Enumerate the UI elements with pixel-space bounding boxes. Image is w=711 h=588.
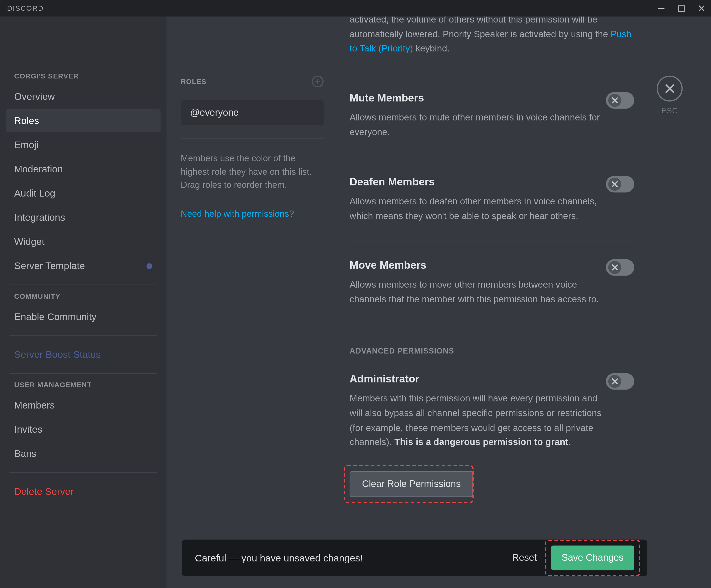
sidebar-item-roles[interactable]: Roles bbox=[6, 109, 160, 132]
app-title: DISCORD bbox=[7, 4, 44, 12]
permission-title: Move Members bbox=[349, 259, 606, 272]
window-maximize-icon[interactable] bbox=[678, 5, 685, 12]
permission-desc-administrator: Members with this permission will have e… bbox=[349, 391, 606, 450]
sidebar-item-widget[interactable]: Widget bbox=[6, 230, 160, 253]
sidebar-item-delete-server[interactable]: Delete Server bbox=[6, 480, 160, 503]
add-role-icon[interactable] bbox=[312, 75, 324, 87]
sidebar-section-user-management: USER MANAGEMENT bbox=[14, 381, 161, 389]
sidebar-section-server: CORGI'S SERVER bbox=[14, 72, 161, 80]
sidebar-section-community: COMMUNITY bbox=[14, 292, 161, 301]
settings-sidebar: CORGI'S SERVER Overview Roles Emoji Mode… bbox=[0, 17, 167, 588]
permission-desc: Allows members to mute other members in … bbox=[349, 110, 606, 140]
sidebar-item-server-boost[interactable]: Server Boost Status bbox=[6, 343, 160, 366]
sidebar-item-moderation[interactable]: Moderation bbox=[6, 158, 160, 181]
divider bbox=[9, 284, 157, 285]
roles-header: ROLES bbox=[181, 77, 207, 86]
sidebar-item-audit-log[interactable]: Audit Log bbox=[6, 182, 160, 205]
clear-role-permissions-button[interactable]: Clear Role Permissions bbox=[349, 471, 473, 497]
divider bbox=[349, 74, 634, 74]
sidebar-item-bans[interactable]: Bans bbox=[6, 442, 160, 465]
divider bbox=[9, 335, 157, 336]
sidebar-item-label: Server Template bbox=[14, 260, 85, 271]
permission-desc-priority-speaker: Allows members to be more easily heard i… bbox=[349, 17, 634, 56]
svg-rect-0 bbox=[658, 8, 665, 9]
svg-rect-1 bbox=[679, 5, 684, 11]
role-item-everyone[interactable]: @everyone bbox=[181, 100, 324, 125]
roles-help-link[interactable]: Need help with permissions? bbox=[181, 208, 324, 218]
divider bbox=[349, 241, 634, 242]
window-minimize-icon[interactable] bbox=[658, 5, 665, 12]
sidebar-item-emoji[interactable]: Emoji bbox=[6, 133, 160, 156]
permission-title: Mute Members bbox=[349, 92, 606, 105]
esc-label: ESC bbox=[662, 106, 678, 115]
close-icon bbox=[664, 83, 676, 94]
divider bbox=[9, 373, 157, 374]
roles-list-column: ROLES @everyone Members use the color of… bbox=[167, 17, 332, 588]
sidebar-item-server-template[interactable]: Server Template bbox=[6, 255, 160, 277]
divider bbox=[349, 325, 634, 325]
unsaved-changes-bar: Careful — you have unsaved changes! Rese… bbox=[182, 540, 647, 576]
sidebar-item-invites[interactable]: Invites bbox=[6, 418, 160, 441]
permission-toggle[interactable] bbox=[606, 259, 634, 276]
badge-dot-icon bbox=[147, 263, 152, 269]
divider bbox=[9, 472, 157, 473]
divider bbox=[181, 138, 324, 139]
roles-help-note: Members use the color of the highest rol… bbox=[181, 152, 324, 192]
toggle-administrator[interactable] bbox=[606, 373, 634, 390]
unsaved-message: Careful — you have unsaved changes! bbox=[195, 552, 363, 563]
sidebar-item-integrations[interactable]: Integrations bbox=[6, 206, 160, 229]
close-settings-button[interactable] bbox=[657, 75, 683, 102]
permission-toggle[interactable] bbox=[606, 176, 634, 192]
permission-desc: Allows members to deafen other members i… bbox=[349, 194, 606, 223]
sidebar-item-members[interactable]: Members bbox=[6, 394, 160, 417]
sidebar-item-enable-community[interactable]: Enable Community bbox=[6, 305, 160, 328]
permission-toggle[interactable] bbox=[606, 92, 634, 109]
advanced-permissions-header: ADVANCED PERMISSIONS bbox=[349, 347, 634, 355]
permission-desc: Allows members to move other members bet… bbox=[349, 278, 606, 307]
divider bbox=[349, 157, 634, 158]
save-changes-button[interactable]: Save Changes bbox=[551, 546, 634, 570]
window-titlebar: DISCORD bbox=[0, 0, 711, 17]
permission-title: Deafen Members bbox=[349, 176, 606, 188]
reset-button[interactable]: Reset bbox=[512, 553, 537, 563]
sidebar-item-overview[interactable]: Overview bbox=[6, 85, 160, 108]
window-close-icon[interactable] bbox=[698, 5, 705, 12]
permissions-column: Allows members to be more easily heard i… bbox=[332, 17, 711, 588]
permission-title-administrator: Administrator bbox=[349, 373, 606, 386]
